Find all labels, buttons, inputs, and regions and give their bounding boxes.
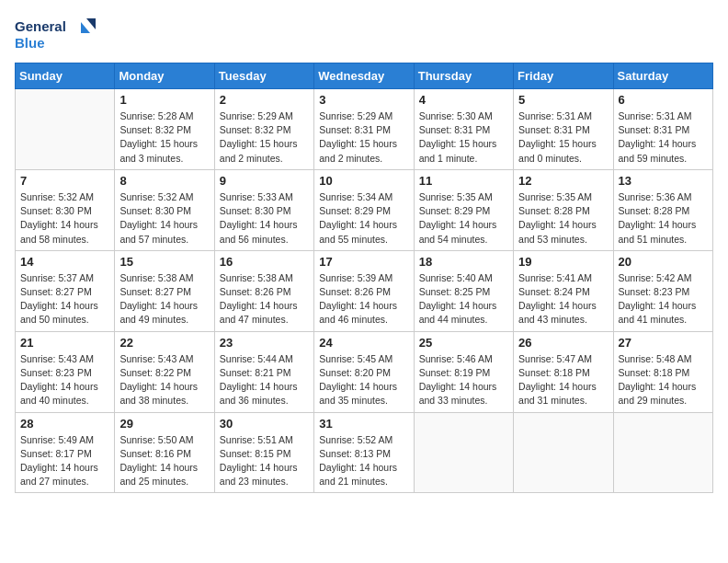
day-info: Sunrise: 5:32 AMSunset: 8:30 PMDaylight:…: [119, 190, 209, 247]
day-number: 31: [319, 417, 408, 431]
calendar-cell: 27Sunrise: 5:48 AMSunset: 8:18 PMDayligh…: [613, 331, 712, 412]
calendar-cell: 15Sunrise: 5:38 AMSunset: 8:27 PMDayligh…: [115, 250, 214, 331]
calendar-cell: 18Sunrise: 5:40 AMSunset: 8:25 PMDayligh…: [414, 250, 513, 331]
calendar-week-5: 28Sunrise: 5:49 AMSunset: 8:17 PMDayligh…: [16, 412, 713, 493]
day-info: Sunrise: 5:47 AMSunset: 8:18 PMDaylight:…: [518, 352, 608, 408]
day-info: Sunrise: 5:43 AMSunset: 8:22 PMDaylight:…: [119, 352, 209, 408]
day-info: Sunrise: 5:35 AMSunset: 8:28 PMDaylight:…: [518, 190, 608, 247]
calendar-cell: [514, 412, 613, 493]
weekday-header-monday: Monday: [115, 63, 214, 89]
day-number: 10: [319, 174, 408, 188]
calendar-cell: 25Sunrise: 5:46 AMSunset: 8:19 PMDayligh…: [414, 331, 513, 412]
svg-text:Blue: Blue: [15, 35, 45, 51]
calendar-cell: 21Sunrise: 5:43 AMSunset: 8:23 PMDayligh…: [16, 331, 115, 412]
day-number: 27: [619, 336, 708, 350]
day-number: 11: [419, 174, 508, 188]
day-number: 20: [619, 255, 708, 269]
weekday-header-tuesday: Tuesday: [214, 63, 313, 89]
day-info: Sunrise: 5:32 AMSunset: 8:30 PMDaylight:…: [20, 190, 109, 247]
svg-text:General: General: [15, 18, 66, 34]
day-info: Sunrise: 5:33 AMSunset: 8:30 PMDaylight:…: [220, 190, 309, 247]
day-info: Sunrise: 5:28 AMSunset: 8:32 PMDaylight:…: [119, 109, 209, 166]
day-info: Sunrise: 5:40 AMSunset: 8:25 PMDaylight:…: [419, 271, 508, 327]
calendar-week-1: 1Sunrise: 5:28 AMSunset: 8:32 PMDaylight…: [16, 89, 713, 170]
day-info: Sunrise: 5:36 AMSunset: 8:28 PMDaylight:…: [619, 190, 708, 247]
day-number: 2: [220, 93, 309, 107]
day-info: Sunrise: 5:51 AMSunset: 8:15 PMDaylight:…: [220, 433, 309, 489]
day-number: 23: [220, 336, 309, 350]
day-info: Sunrise: 5:35 AMSunset: 8:29 PMDaylight:…: [419, 190, 508, 247]
day-info: Sunrise: 5:39 AMSunset: 8:26 PMDaylight:…: [319, 271, 408, 327]
day-number: 9: [220, 174, 309, 188]
calendar-cell: 2Sunrise: 5:29 AMSunset: 8:32 PMDaylight…: [214, 89, 313, 170]
calendar-cell: 17Sunrise: 5:39 AMSunset: 8:26 PMDayligh…: [314, 250, 414, 331]
calendar-cell: 14Sunrise: 5:37 AMSunset: 8:27 PMDayligh…: [16, 250, 115, 331]
day-info: Sunrise: 5:31 AMSunset: 8:31 PMDaylight:…: [619, 109, 708, 166]
day-info: Sunrise: 5:43 AMSunset: 8:23 PMDaylight:…: [20, 352, 109, 408]
weekday-header-friday: Friday: [514, 63, 613, 89]
day-number: 14: [20, 255, 109, 269]
day-number: 21: [20, 336, 109, 350]
day-number: 22: [119, 336, 209, 350]
calendar-cell: 29Sunrise: 5:50 AMSunset: 8:16 PMDayligh…: [115, 412, 214, 493]
calendar-week-4: 21Sunrise: 5:43 AMSunset: 8:23 PMDayligh…: [16, 331, 713, 412]
day-number: 19: [518, 255, 608, 269]
day-number: 1: [119, 93, 209, 107]
page-header: General Blue: [15, 15, 713, 55]
day-number: 8: [119, 174, 209, 188]
day-info: Sunrise: 5:42 AMSunset: 8:23 PMDaylight:…: [619, 271, 708, 327]
calendar-cell: 26Sunrise: 5:47 AMSunset: 8:18 PMDayligh…: [514, 331, 613, 412]
calendar-cell: [414, 412, 513, 493]
day-info: Sunrise: 5:52 AMSunset: 8:13 PMDaylight:…: [319, 433, 408, 489]
calendar-cell: 1Sunrise: 5:28 AMSunset: 8:32 PMDaylight…: [115, 89, 214, 170]
calendar-cell: 12Sunrise: 5:35 AMSunset: 8:28 PMDayligh…: [514, 169, 613, 250]
calendar-cell: 13Sunrise: 5:36 AMSunset: 8:28 PMDayligh…: [613, 169, 712, 250]
logo-svg: General Blue: [15, 15, 97, 55]
day-number: 17: [319, 255, 408, 269]
day-info: Sunrise: 5:29 AMSunset: 8:31 PMDaylight:…: [319, 109, 408, 166]
day-number: 4: [419, 93, 508, 107]
day-number: 13: [619, 174, 708, 188]
day-info: Sunrise: 5:29 AMSunset: 8:32 PMDaylight:…: [220, 109, 309, 166]
calendar-cell: 30Sunrise: 5:51 AMSunset: 8:15 PMDayligh…: [214, 412, 313, 493]
day-number: 24: [319, 336, 408, 350]
calendar-cell: 4Sunrise: 5:30 AMSunset: 8:31 PMDaylight…: [414, 89, 513, 170]
day-number: 16: [220, 255, 309, 269]
svg-marker-2: [81, 22, 90, 33]
calendar-cell: 20Sunrise: 5:42 AMSunset: 8:23 PMDayligh…: [613, 250, 712, 331]
day-info: Sunrise: 5:34 AMSunset: 8:29 PMDaylight:…: [319, 190, 408, 247]
calendar-table: SundayMondayTuesdayWednesdayThursdayFrid…: [15, 63, 713, 493]
calendar-cell: [16, 89, 115, 170]
day-info: Sunrise: 5:30 AMSunset: 8:31 PMDaylight:…: [419, 109, 508, 166]
calendar-cell: 3Sunrise: 5:29 AMSunset: 8:31 PMDaylight…: [314, 89, 414, 170]
day-number: 3: [319, 93, 408, 107]
weekday-header-wednesday: Wednesday: [314, 63, 414, 89]
calendar-cell: 9Sunrise: 5:33 AMSunset: 8:30 PMDaylight…: [214, 169, 313, 250]
weekday-header-thursday: Thursday: [414, 63, 513, 89]
day-number: 25: [419, 336, 508, 350]
day-info: Sunrise: 5:46 AMSunset: 8:19 PMDaylight:…: [419, 352, 508, 408]
calendar-cell: 10Sunrise: 5:34 AMSunset: 8:29 PMDayligh…: [314, 169, 414, 250]
day-number: 30: [220, 417, 309, 431]
day-number: 18: [419, 255, 508, 269]
svg-marker-3: [86, 18, 96, 29]
day-info: Sunrise: 5:49 AMSunset: 8:17 PMDaylight:…: [20, 433, 109, 489]
day-number: 5: [518, 93, 608, 107]
calendar-cell: 28Sunrise: 5:49 AMSunset: 8:17 PMDayligh…: [16, 412, 115, 493]
calendar-cell: 7Sunrise: 5:32 AMSunset: 8:30 PMDaylight…: [16, 169, 115, 250]
calendar-cell: 31Sunrise: 5:52 AMSunset: 8:13 PMDayligh…: [314, 412, 414, 493]
day-number: 12: [518, 174, 608, 188]
day-info: Sunrise: 5:41 AMSunset: 8:24 PMDaylight:…: [518, 271, 608, 327]
calendar-cell: 19Sunrise: 5:41 AMSunset: 8:24 PMDayligh…: [514, 250, 613, 331]
calendar-week-3: 14Sunrise: 5:37 AMSunset: 8:27 PMDayligh…: [16, 250, 713, 331]
calendar-cell: 23Sunrise: 5:44 AMSunset: 8:21 PMDayligh…: [214, 331, 313, 412]
calendar-cell: 8Sunrise: 5:32 AMSunset: 8:30 PMDaylight…: [115, 169, 214, 250]
calendar-cell: 24Sunrise: 5:45 AMSunset: 8:20 PMDayligh…: [314, 331, 414, 412]
weekday-header-sunday: Sunday: [16, 63, 115, 89]
day-number: 15: [119, 255, 209, 269]
day-info: Sunrise: 5:44 AMSunset: 8:21 PMDaylight:…: [220, 352, 309, 408]
day-info: Sunrise: 5:38 AMSunset: 8:27 PMDaylight:…: [119, 271, 209, 327]
weekday-header-saturday: Saturday: [613, 63, 712, 89]
calendar-cell: 6Sunrise: 5:31 AMSunset: 8:31 PMDaylight…: [613, 89, 712, 170]
calendar-cell: 5Sunrise: 5:31 AMSunset: 8:31 PMDaylight…: [514, 89, 613, 170]
